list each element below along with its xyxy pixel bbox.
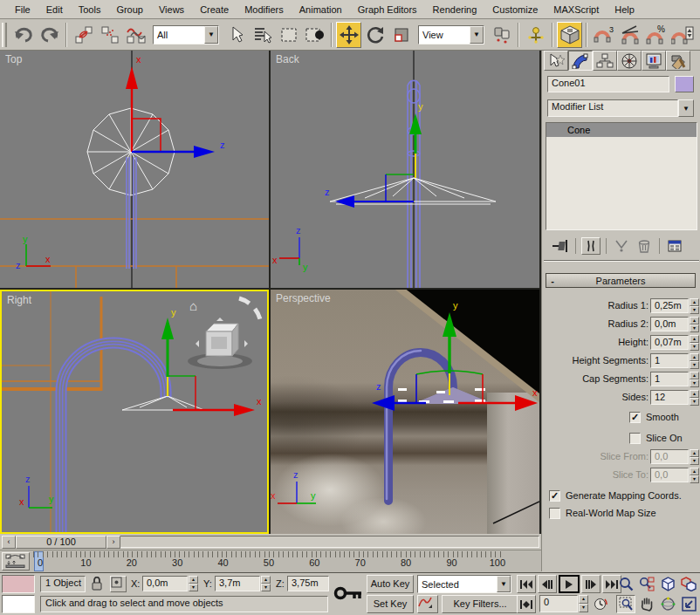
modifier-stack[interactable]: Cone xyxy=(546,122,697,230)
viewport-right-label[interactable]: Right xyxy=(7,294,31,306)
menu-edit[interactable]: Edit xyxy=(38,2,71,17)
menu-tools[interactable]: Tools xyxy=(71,2,109,17)
zoom-all-button[interactable] xyxy=(637,575,656,593)
select-and-link-button[interactable] xyxy=(71,22,96,48)
key-filters-button[interactable]: Key Filters... xyxy=(442,595,518,613)
spinner-up-icon[interactable]: ▴ xyxy=(690,317,699,325)
spinner-up-icon[interactable]: ▴ xyxy=(579,595,588,604)
time-slider-handle[interactable]: 0 / 100 xyxy=(16,536,106,549)
undo-button[interactable] xyxy=(10,22,36,48)
track-bar[interactable]: 0102030405060708090100 xyxy=(0,550,541,572)
height-spinner[interactable]: ▴▾ xyxy=(690,335,699,350)
cap-segments-spinner[interactable]: ▴▾ xyxy=(690,372,699,386)
x-spinner[interactable]: ▴▾ xyxy=(189,576,198,591)
menu-file[interactable]: File xyxy=(7,2,38,17)
next-frame-button[interactable] xyxy=(581,575,600,593)
x-coordinate-field[interactable]: 0,0m xyxy=(142,576,188,591)
spinner-down-icon[interactable]: ▾ xyxy=(690,379,699,387)
pin-stack-button[interactable] xyxy=(551,237,570,255)
menu-group[interactable]: Group xyxy=(108,2,151,17)
object-name-field[interactable]: Cone01 xyxy=(547,76,669,92)
select-by-name-button[interactable] xyxy=(250,22,275,48)
viewport-top[interactable]: x z y z x Top xyxy=(0,51,269,288)
percent-snap-toggle-button[interactable]: % xyxy=(643,22,669,48)
spinner-down-icon[interactable]: ▾ xyxy=(690,398,699,406)
play-animation-button[interactable] xyxy=(559,575,580,593)
time-configuration-button[interactable] xyxy=(590,595,609,613)
viewport-top-label[interactable]: Top xyxy=(5,53,22,65)
spinner-down-icon[interactable]: ▾ xyxy=(261,584,271,591)
configure-modifier-sets-button[interactable] xyxy=(665,237,684,255)
menu-modifiers[interactable]: Modifiers xyxy=(237,2,292,17)
open-mini-curve-editor-button[interactable] xyxy=(2,552,30,571)
set-key-button[interactable]: Set Key xyxy=(367,595,414,613)
redo-button[interactable] xyxy=(37,22,62,48)
menu-rendering[interactable]: Rendering xyxy=(425,2,485,17)
spinner-down-icon[interactable]: ▾ xyxy=(690,325,699,332)
spinner-down-icon[interactable]: ▾ xyxy=(579,604,588,612)
stack-item-cone[interactable]: Cone xyxy=(546,123,697,137)
spinner-down-icon[interactable]: ▾ xyxy=(690,361,699,369)
spinner-snap-toggle-button[interactable] xyxy=(669,22,695,48)
slice-on-checkbox[interactable] xyxy=(629,433,641,444)
spinner-down-icon[interactable]: ▾ xyxy=(690,343,699,351)
key-mode-toggle-button[interactable] xyxy=(517,595,536,613)
previous-frame-arrow[interactable]: ‹ xyxy=(2,536,16,549)
window-crossing-button[interactable] xyxy=(302,22,327,48)
set-keys-button[interactable] xyxy=(333,578,363,608)
maximize-viewport-toggle-button[interactable] xyxy=(679,595,698,613)
unlink-selection-button[interactable] xyxy=(97,22,122,48)
sides-spinner[interactable]: ▴▾ xyxy=(690,390,699,405)
tab-display[interactable] xyxy=(642,51,666,71)
menu-graph-editors[interactable]: Graph Editors xyxy=(350,2,425,17)
viewport-perspective-label[interactable]: Perspective xyxy=(276,292,331,304)
angle-snap-toggle-button[interactable] xyxy=(617,22,642,48)
spinner-up-icon[interactable]: ▴ xyxy=(690,372,699,379)
rectangular-selection-region-button[interactable] xyxy=(276,22,301,48)
zoom-extents-all-button[interactable] xyxy=(679,575,698,593)
spinner-up-icon[interactable]: ▴ xyxy=(690,298,699,306)
reference-coordinate-system-dropdown[interactable]: View ▼ xyxy=(418,25,484,44)
auto-key-button[interactable]: Auto Key xyxy=(367,575,414,593)
current-frame-field[interactable]: 0 xyxy=(539,595,578,612)
select-and-move-button[interactable] xyxy=(336,22,361,48)
tab-motion[interactable] xyxy=(617,51,642,71)
zoom-extents-button[interactable] xyxy=(658,575,677,593)
bind-to-space-warp-button[interactable] xyxy=(123,22,148,48)
menu-create[interactable]: Create xyxy=(192,2,237,17)
region-zoom-button[interactable] xyxy=(616,595,635,613)
pan-view-button[interactable] xyxy=(637,595,656,613)
key-mode-dropdown[interactable]: Selected ▼ xyxy=(417,575,511,593)
tab-create[interactable] xyxy=(544,51,568,71)
radius1-spinner[interactable]: ▴▾ xyxy=(690,298,699,313)
arc-rotate-button[interactable] xyxy=(658,595,677,613)
show-end-result-button[interactable] xyxy=(581,237,600,255)
go-to-start-button[interactable] xyxy=(517,575,536,593)
z-coordinate-field[interactable]: 3,75m xyxy=(287,576,329,591)
spinner-up-icon[interactable]: ▴ xyxy=(690,353,699,361)
zoom-button[interactable] xyxy=(616,575,635,593)
parameters-rollout-header[interactable]: - Parameters xyxy=(546,273,696,288)
generate-mapping-checkbox[interactable]: ✓ xyxy=(549,490,560,502)
dropdown-arrow-icon[interactable]: ▼ xyxy=(470,26,484,44)
spinner-up-icon[interactable]: ▴ xyxy=(690,335,699,343)
select-and-rotate-button[interactable] xyxy=(362,22,388,48)
height-segments-field[interactable]: 1 xyxy=(650,353,689,368)
spinner-up-icon[interactable]: ▴ xyxy=(189,576,198,584)
default-in-out-tangents-button[interactable] xyxy=(417,595,438,613)
frame-spinner[interactable]: ▴▾ xyxy=(579,595,588,612)
modifier-list-dropdown[interactable]: Modifier List ▼ xyxy=(547,99,694,117)
sides-field[interactable]: 12 xyxy=(650,390,689,405)
maxscript-macro-recorder[interactable] xyxy=(2,575,35,593)
menu-help[interactable]: Help xyxy=(607,2,642,17)
select-and-manipulate-button[interactable] xyxy=(523,22,548,48)
tab-utilities[interactable] xyxy=(666,51,690,71)
selection-filter-dropdown[interactable]: All ▼ xyxy=(153,25,219,44)
use-pivot-point-center-button[interactable] xyxy=(489,22,514,48)
move-gizmo[interactable]: x z xyxy=(126,54,225,158)
dropdown-arrow-icon[interactable]: ▼ xyxy=(204,26,218,44)
spinner-up-icon[interactable]: ▴ xyxy=(261,576,271,584)
select-and-scale-button[interactable] xyxy=(388,22,414,48)
real-world-checkbox[interactable] xyxy=(549,508,560,519)
menu-views[interactable]: Views xyxy=(151,2,192,17)
